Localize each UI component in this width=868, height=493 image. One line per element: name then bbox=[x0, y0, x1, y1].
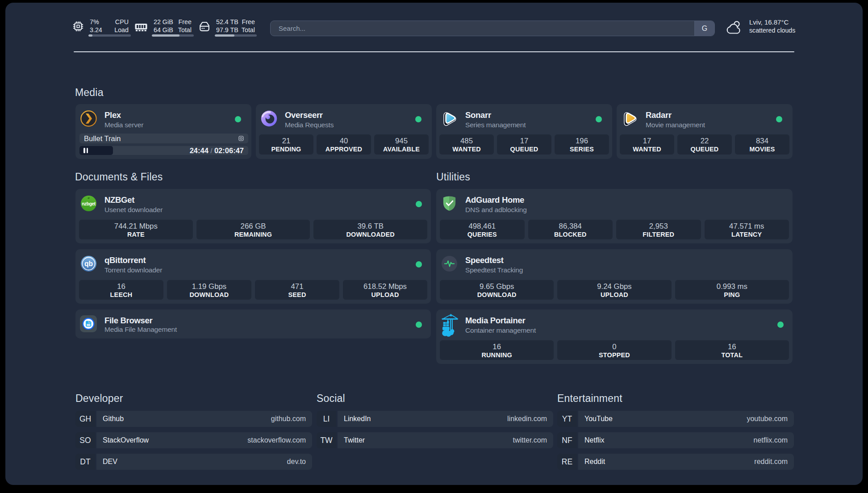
svg-text:nzbget: nzbget bbox=[82, 201, 96, 206]
svg-text:qb: qb bbox=[84, 260, 93, 267]
